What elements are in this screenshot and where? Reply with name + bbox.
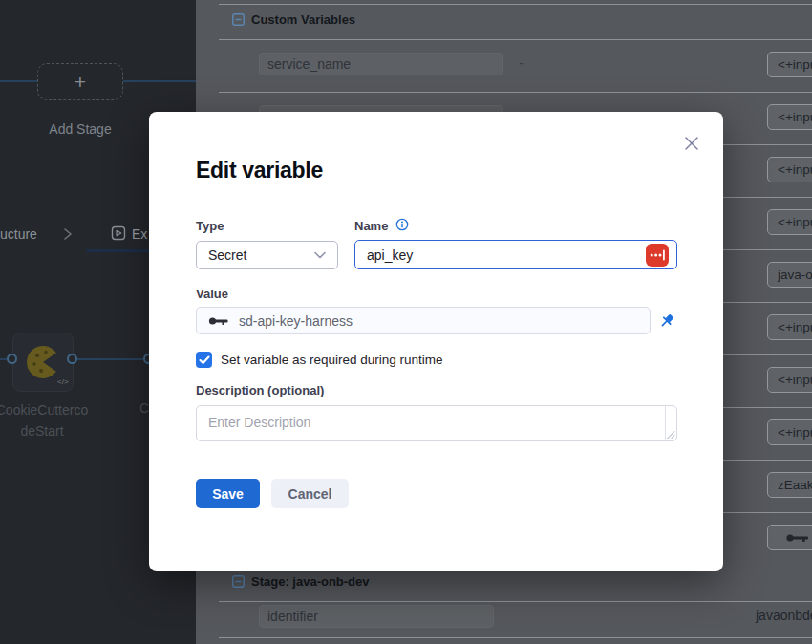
variable-value-field[interactable]: <+input> — [767, 209, 812, 235]
required-checkbox-row[interactable]: Set variable as required during runtime — [196, 352, 443, 368]
key-icon — [208, 314, 229, 328]
secret-mask-icon — [646, 244, 669, 267]
close-icon — [683, 135, 700, 152]
plus-icon: + — [75, 72, 86, 92]
pipeline-studio-screen: + Add Stage ucture Ex </> — [0, 0, 812, 644]
secret-value-field[interactable] — [767, 525, 812, 550]
stage-port-right — [67, 354, 77, 364]
variable-value-field[interactable]: <+input> — [767, 104, 812, 130]
key-icon — [785, 531, 812, 545]
pin-button[interactable] — [654, 307, 679, 334]
custom-variables-header: Custom Variables — [232, 12, 355, 27]
section-title: Custom Variables — [251, 12, 355, 27]
edit-variable-modal: Edit variable Type Name Secret — [149, 112, 723, 571]
name-input[interactable] — [354, 240, 677, 269]
tab-execution[interactable]: Ex — [132, 226, 147, 242]
close-button[interactable] — [680, 132, 703, 155]
cancel-button[interactable]: Cancel — [271, 479, 349, 508]
execution-play-square-icon — [111, 225, 126, 241]
modal-title: Edit variable — [196, 158, 323, 183]
variable-value-field[interactable]: zEaak — [767, 472, 812, 498]
pin-icon — [658, 312, 675, 330]
variable-value-field[interactable]: <+input> — [767, 52, 812, 77]
check-icon — [199, 355, 210, 365]
collapse-minus-icon[interactable] — [232, 575, 245, 588]
chevron-right-icon — [63, 227, 73, 241]
stage-port-left — [7, 354, 17, 364]
variable-value-field[interactable]: java-onb-dev — [767, 262, 812, 288]
secret-reference-value: sd-api-key-harness — [239, 313, 353, 329]
checkbox-checked[interactable] — [196, 352, 212, 368]
add-stage-label: Add Stage — [23, 121, 138, 137]
name-label: Name — [354, 219, 388, 233]
required-checkbox-label: Set variable as required during runtime — [221, 353, 443, 367]
next-stage-name-partial: C — [139, 400, 149, 416]
collapse-minus-icon[interactable] — [232, 13, 245, 26]
identifier-field[interactable]: identifier — [259, 605, 494, 628]
row-separator — [219, 4, 812, 5]
type-select-value: Secret — [208, 247, 314, 263]
section-title: Stage: java-onb-dev — [251, 574, 370, 589]
add-stage-button[interactable]: + — [37, 63, 123, 100]
save-button[interactable]: Save — [196, 479, 260, 508]
row-separator — [219, 637, 812, 638]
type-select[interactable]: Secret — [196, 241, 338, 269]
description-field-wrap — [196, 405, 677, 441]
row-separator — [219, 601, 812, 602]
code-icon: </> — [57, 377, 69, 386]
secret-reference-field[interactable]: sd-api-key-harness — [196, 307, 651, 334]
value-label: Value — [196, 287, 228, 301]
variable-name-field[interactable]: service_name — [259, 53, 503, 75]
stage-name-label: CookieCutterco deStart — [0, 399, 118, 441]
tab-infrastructure[interactable]: ucture — [0, 226, 37, 242]
row-separator — [219, 39, 812, 40]
variable-value-field[interactable]: <+input> — [767, 419, 812, 445]
variable-dash: - — [519, 55, 524, 71]
row-separator — [219, 92, 812, 93]
type-label: Type — [196, 219, 224, 233]
description-label: Description (optional) — [196, 383, 324, 397]
variable-value-field[interactable]: <+input> — [767, 314, 812, 340]
name-field-wrap — [354, 240, 677, 269]
chevron-down-icon — [314, 251, 326, 259]
variable-value-field[interactable]: <+input> — [767, 367, 812, 393]
variable-value-field[interactable]: <+input> — [767, 157, 812, 182]
info-icon[interactable] — [395, 218, 409, 231]
identifier-value: javaonbde — [756, 608, 812, 623]
stage-section-header: Stage: java-onb-dev — [232, 574, 370, 589]
cookiecutter-pacman-icon — [24, 343, 62, 381]
description-textarea[interactable] — [196, 405, 677, 441]
